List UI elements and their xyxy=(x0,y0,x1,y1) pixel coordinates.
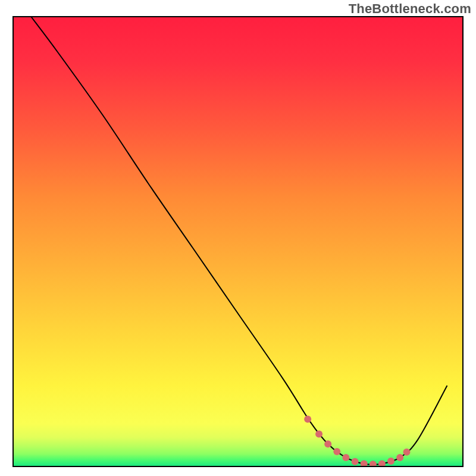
trough-dot xyxy=(304,416,311,423)
trough-dot xyxy=(387,458,394,465)
trough-dot xyxy=(403,449,411,456)
trough-dot xyxy=(352,458,359,465)
trough-dot xyxy=(333,448,340,455)
trough-dot xyxy=(315,431,322,438)
trough-dot xyxy=(342,454,349,461)
chart-frame: { "watermark": "TheBottleneck.com", "cha… xyxy=(0,0,476,476)
trough-dot xyxy=(324,440,331,447)
watermark-text: TheBottleneck.com xyxy=(349,1,471,17)
trough-dot xyxy=(396,454,403,461)
bottleneck-chart xyxy=(0,0,476,476)
